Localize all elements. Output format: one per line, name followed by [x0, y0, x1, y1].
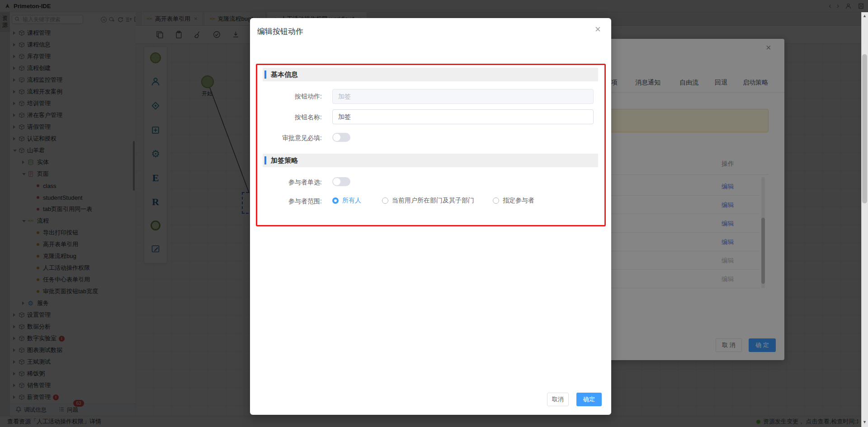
scroll-up-icon[interactable]: ▲	[861, 14, 868, 18]
comment-required-toggle[interactable]	[332, 133, 350, 142]
modal-close-icon[interactable]: ×	[595, 23, 601, 35]
modal-ok-button[interactable]: 确定	[576, 393, 602, 406]
scope-radio-option[interactable]: 指定参与者	[493, 197, 534, 204]
button-name-label: 按钮名称:	[254, 113, 322, 122]
radio-icon[interactable]	[382, 197, 388, 204]
section-sign-policy: 加签策略	[263, 154, 598, 167]
modal-cancel-button[interactable]: 取消	[547, 393, 569, 406]
section-basic-info: 基本信息	[263, 68, 598, 81]
scope-label: 参与者范围:	[254, 197, 322, 206]
scope-radio-option[interactable]: 所有人	[332, 197, 361, 204]
edit-button-action-modal: 编辑按钮动作 × 基本信息 按钮动作: 加签 按钮名称: 加签 审批意见必填: …	[250, 18, 611, 415]
modal-title: 编辑按钮动作	[257, 26, 303, 37]
button-action-input[interactable]: 加签	[332, 89, 594, 104]
scroll-down-icon[interactable]: ▼	[861, 420, 868, 424]
radio-label: 当前用户所在部门及其子部门	[392, 197, 474, 205]
section-title: 加签策略	[271, 156, 298, 165]
scope-radio-option[interactable]: 当前用户所在部门及其子部门	[382, 197, 474, 204]
comment-required-label: 审批意见必填:	[254, 134, 322, 142]
section-accent-bar	[264, 70, 266, 79]
radio-selected-icon[interactable]	[332, 197, 339, 204]
button-name-input[interactable]: 加签	[332, 109, 594, 124]
radio-label: 所有人	[342, 197, 361, 205]
single-select-label: 参与者单选:	[254, 178, 322, 187]
section-title: 基本信息	[271, 70, 298, 79]
section-accent-bar	[264, 156, 266, 164]
radio-label: 指定参与者	[503, 197, 534, 205]
radio-icon[interactable]	[493, 197, 499, 204]
window-scrollbar-thumb[interactable]	[862, 54, 867, 203]
button-action-label: 按钮动作:	[254, 93, 322, 101]
single-select-toggle[interactable]	[332, 177, 350, 186]
